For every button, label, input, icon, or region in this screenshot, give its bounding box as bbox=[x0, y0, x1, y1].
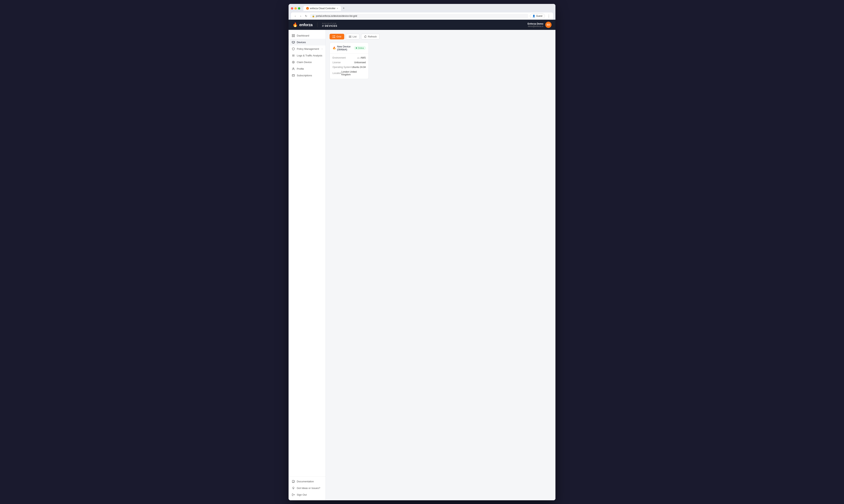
sidebar-item-logs[interactable]: Logs & Traffic Analysis bbox=[289, 52, 326, 59]
back-button[interactable]: ‹ bbox=[293, 14, 297, 18]
sidebar-item-signout[interactable]: Sign Out bbox=[289, 491, 326, 498]
status-text: Online bbox=[358, 47, 364, 49]
cloud-icon bbox=[357, 57, 360, 59]
sidebar-item-dashboard[interactable]: Dashboard bbox=[289, 32, 326, 39]
nav-label-top: NAVIGATION bbox=[322, 22, 338, 24]
content-area: Grid List bbox=[326, 30, 555, 500]
sidebar-item-label: Claim Device bbox=[297, 61, 312, 64]
new-tab-button[interactable]: + bbox=[341, 6, 346, 11]
minimize-button[interactable] bbox=[294, 7, 297, 10]
device-os-row: Operating System Ubuntu 24.04 bbox=[332, 65, 366, 70]
subscriptions-icon bbox=[292, 74, 295, 77]
os-label: Operating System bbox=[332, 66, 351, 69]
grid-view-button[interactable]: Grid bbox=[330, 34, 344, 39]
os-value: Ubuntu 24.04 bbox=[352, 66, 366, 69]
location-value: London United Kingdom bbox=[341, 70, 366, 76]
svg-rect-23 bbox=[334, 37, 335, 38]
user-info: Enforza Demo demo@enforza.io bbox=[528, 22, 543, 27]
view-toolbar: Grid List bbox=[330, 34, 552, 39]
logo[interactable]: 🔥 enforza bbox=[292, 22, 313, 27]
list-view-button[interactable]: List bbox=[346, 34, 360, 39]
claim-icon bbox=[292, 60, 295, 64]
browser-menu-button[interactable]: ⋮ bbox=[547, 14, 551, 18]
license-value: Unlicensed bbox=[354, 61, 366, 64]
bulb-icon bbox=[292, 486, 295, 489]
forward-button[interactable]: › bbox=[298, 14, 303, 18]
reload-button[interactable]: ↻ bbox=[304, 14, 309, 18]
shield-icon bbox=[292, 47, 295, 50]
close-button[interactable] bbox=[291, 7, 293, 10]
avatar[interactable]: ED bbox=[545, 22, 552, 28]
svg-rect-3 bbox=[294, 36, 295, 37]
device-name: New Device (084bb4) bbox=[337, 45, 354, 51]
logo-icon: 🔥 bbox=[292, 22, 298, 27]
sidebar-item-devices[interactable]: Devices bbox=[289, 39, 326, 46]
svg-rect-21 bbox=[334, 36, 335, 36]
book-icon bbox=[292, 480, 295, 483]
sidebar-item-label: Sign Out bbox=[297, 493, 307, 496]
svg-rect-14 bbox=[292, 74, 294, 76]
refresh-label: Refresh bbox=[368, 35, 377, 38]
maximize-button[interactable] bbox=[298, 7, 300, 10]
browser-tab[interactable]: 🔥 enforza Cloud Controller ✕ bbox=[304, 6, 341, 11]
grid-label: Grid bbox=[337, 35, 341, 38]
svg-rect-1 bbox=[294, 34, 295, 35]
guest-button[interactable]: 👤 Guest bbox=[530, 14, 545, 18]
environment-value: AWS bbox=[357, 56, 366, 59]
tab-close-button[interactable]: ✕ bbox=[337, 7, 338, 10]
sidebar-footer: Documentation Got Ideas or Issues? bbox=[289, 476, 326, 498]
device-card-header: 🔥 New Device (084bb4) Online bbox=[330, 43, 368, 53]
svg-rect-16 bbox=[292, 480, 294, 483]
sidebar-item-label: Profile bbox=[297, 67, 304, 70]
device-flame-icon: 🔥 bbox=[332, 47, 336, 50]
sidebar-item-label: Documentation bbox=[297, 480, 314, 483]
device-card[interactable]: 🔥 New Device (084bb4) Online Environment bbox=[330, 42, 369, 79]
guest-icon: 👤 bbox=[532, 15, 535, 17]
svg-rect-20 bbox=[333, 36, 333, 36]
device-card-body: Environment AWS License Unlicense bbox=[330, 53, 368, 79]
svg-point-13 bbox=[293, 68, 294, 69]
sidebar: Dashboard Devices bbox=[289, 30, 326, 500]
tab-favicon: 🔥 bbox=[306, 7, 309, 10]
sidebar-item-documentation[interactable]: Documentation bbox=[289, 478, 326, 485]
address-bar[interactable]: 🔒 portal.enforza.io/devices/device-list-… bbox=[310, 14, 528, 18]
device-title: 🔥 New Device (084bb4) bbox=[332, 45, 354, 51]
logs-icon bbox=[292, 54, 295, 57]
sidebar-item-label: Subscriptions bbox=[297, 74, 312, 77]
sidebar-item-subscriptions[interactable]: Subscriptions bbox=[289, 72, 326, 79]
guest-label: Guest bbox=[536, 15, 542, 17]
device-environment-row: Environment AWS bbox=[332, 55, 366, 60]
nav-divider bbox=[317, 22, 317, 27]
status-dot bbox=[356, 48, 357, 49]
sidebar-item-label: Dashboard bbox=[297, 34, 309, 37]
location-label: Location bbox=[332, 72, 341, 75]
sidebar-item-policy[interactable]: Policy Management › bbox=[289, 46, 326, 52]
url-text: portal.enforza.io/devices/device-list-gr… bbox=[316, 15, 357, 17]
license-label: License bbox=[332, 61, 341, 64]
environment-text: AWS bbox=[360, 56, 366, 59]
sidebar-item-claim[interactable]: Claim Device bbox=[289, 59, 326, 66]
profile-icon bbox=[292, 67, 295, 70]
status-badge: Online bbox=[354, 46, 366, 50]
sidebar-item-label: Got Ideas or Issues? bbox=[297, 487, 320, 489]
svg-rect-4 bbox=[292, 41, 295, 43]
chevron-right-icon: › bbox=[322, 48, 322, 50]
svg-rect-22 bbox=[333, 37, 333, 38]
sidebar-item-ideas[interactable]: Got Ideas or Issues? bbox=[289, 485, 326, 491]
sidebar-item-label: Logs & Traffic Analysis bbox=[297, 54, 322, 57]
sidebar-item-profile[interactable]: Profile bbox=[289, 66, 326, 72]
user-name: Enforza Demo bbox=[528, 22, 543, 25]
grid-icon bbox=[292, 34, 295, 37]
logo-text: enforza bbox=[299, 23, 313, 27]
sidebar-item-label: Devices bbox=[297, 41, 306, 44]
top-navbar: 🔥 enforza NAVIGATION // DEVICES Enforza … bbox=[289, 20, 555, 30]
refresh-button[interactable]: Refresh bbox=[361, 34, 380, 39]
user-area: Enforza Demo demo@enforza.io ED bbox=[528, 22, 552, 28]
tab-title: enforza Cloud Controller bbox=[310, 7, 335, 10]
svg-rect-0 bbox=[292, 34, 293, 35]
devices-icon bbox=[292, 41, 295, 44]
user-email: demo@enforza.io bbox=[528, 25, 543, 27]
environment-label: Environment bbox=[332, 56, 346, 59]
svg-point-18 bbox=[292, 487, 294, 489]
signout-icon bbox=[292, 493, 295, 496]
